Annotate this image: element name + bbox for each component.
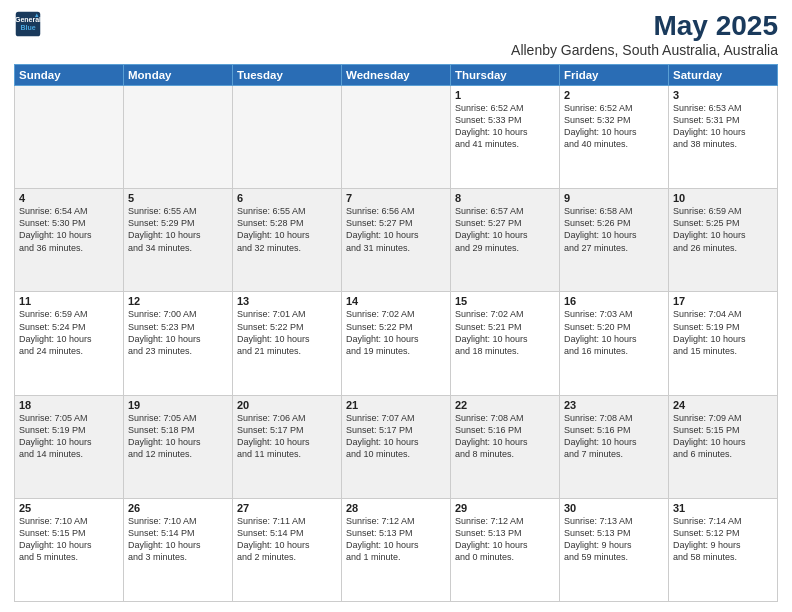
day-number: 7: [346, 192, 446, 204]
calendar-cell: 2Sunrise: 6:52 AM Sunset: 5:32 PM Daylig…: [560, 86, 669, 189]
calendar-cell: 30Sunrise: 7:13 AM Sunset: 5:13 PM Dayli…: [560, 498, 669, 601]
day-info: Sunrise: 7:01 AM Sunset: 5:22 PM Dayligh…: [237, 308, 337, 357]
calendar-cell: 11Sunrise: 6:59 AM Sunset: 5:24 PM Dayli…: [15, 292, 124, 395]
calendar-cell: 13Sunrise: 7:01 AM Sunset: 5:22 PM Dayli…: [233, 292, 342, 395]
day-number: 27: [237, 502, 337, 514]
calendar-cell: 25Sunrise: 7:10 AM Sunset: 5:15 PM Dayli…: [15, 498, 124, 601]
day-info: Sunrise: 7:07 AM Sunset: 5:17 PM Dayligh…: [346, 412, 446, 461]
day-info: Sunrise: 7:12 AM Sunset: 5:13 PM Dayligh…: [346, 515, 446, 564]
day-info: Sunrise: 7:13 AM Sunset: 5:13 PM Dayligh…: [564, 515, 664, 564]
day-number: 29: [455, 502, 555, 514]
calendar-cell: 24Sunrise: 7:09 AM Sunset: 5:15 PM Dayli…: [669, 395, 778, 498]
day-info: Sunrise: 7:05 AM Sunset: 5:19 PM Dayligh…: [19, 412, 119, 461]
days-header-row: Sunday Monday Tuesday Wednesday Thursday…: [15, 65, 778, 86]
day-info: Sunrise: 6:59 AM Sunset: 5:24 PM Dayligh…: [19, 308, 119, 357]
week-row-3: 11Sunrise: 6:59 AM Sunset: 5:24 PM Dayli…: [15, 292, 778, 395]
day-number: 30: [564, 502, 664, 514]
header-monday: Monday: [124, 65, 233, 86]
day-number: 5: [128, 192, 228, 204]
main-title: May 2025: [511, 10, 778, 42]
day-info: Sunrise: 6:59 AM Sunset: 5:25 PM Dayligh…: [673, 205, 773, 254]
day-info: Sunrise: 6:58 AM Sunset: 5:26 PM Dayligh…: [564, 205, 664, 254]
day-info: Sunrise: 6:53 AM Sunset: 5:31 PM Dayligh…: [673, 102, 773, 151]
calendar-cell: [233, 86, 342, 189]
header-friday: Friday: [560, 65, 669, 86]
calendar-cell: 6Sunrise: 6:55 AM Sunset: 5:28 PM Daylig…: [233, 189, 342, 292]
day-number: 18: [19, 399, 119, 411]
day-number: 3: [673, 89, 773, 101]
calendar-cell: 4Sunrise: 6:54 AM Sunset: 5:30 PM Daylig…: [15, 189, 124, 292]
day-number: 26: [128, 502, 228, 514]
calendar-cell: 26Sunrise: 7:10 AM Sunset: 5:14 PM Dayli…: [124, 498, 233, 601]
day-number: 21: [346, 399, 446, 411]
title-block: May 2025 Allenby Gardens, South Australi…: [511, 10, 778, 58]
day-number: 17: [673, 295, 773, 307]
calendar-cell: 7Sunrise: 6:56 AM Sunset: 5:27 PM Daylig…: [342, 189, 451, 292]
day-info: Sunrise: 6:52 AM Sunset: 5:33 PM Dayligh…: [455, 102, 555, 151]
calendar-cell: 8Sunrise: 6:57 AM Sunset: 5:27 PM Daylig…: [451, 189, 560, 292]
calendar-cell: [342, 86, 451, 189]
calendar-cell: 15Sunrise: 7:02 AM Sunset: 5:21 PM Dayli…: [451, 292, 560, 395]
day-info: Sunrise: 6:55 AM Sunset: 5:28 PM Dayligh…: [237, 205, 337, 254]
day-number: 11: [19, 295, 119, 307]
calendar-cell: 17Sunrise: 7:04 AM Sunset: 5:19 PM Dayli…: [669, 292, 778, 395]
calendar-cell: 22Sunrise: 7:08 AM Sunset: 5:16 PM Dayli…: [451, 395, 560, 498]
header-thursday: Thursday: [451, 65, 560, 86]
calendar-table: Sunday Monday Tuesday Wednesday Thursday…: [14, 64, 778, 602]
day-number: 31: [673, 502, 773, 514]
day-info: Sunrise: 7:09 AM Sunset: 5:15 PM Dayligh…: [673, 412, 773, 461]
header-wednesday: Wednesday: [342, 65, 451, 86]
day-number: 14: [346, 295, 446, 307]
header-tuesday: Tuesday: [233, 65, 342, 86]
calendar-cell: 20Sunrise: 7:06 AM Sunset: 5:17 PM Dayli…: [233, 395, 342, 498]
calendar-cell: 9Sunrise: 6:58 AM Sunset: 5:26 PM Daylig…: [560, 189, 669, 292]
day-info: Sunrise: 7:08 AM Sunset: 5:16 PM Dayligh…: [564, 412, 664, 461]
calendar-cell: 29Sunrise: 7:12 AM Sunset: 5:13 PM Dayli…: [451, 498, 560, 601]
calendar-cell: 14Sunrise: 7:02 AM Sunset: 5:22 PM Dayli…: [342, 292, 451, 395]
day-number: 10: [673, 192, 773, 204]
day-info: Sunrise: 7:12 AM Sunset: 5:13 PM Dayligh…: [455, 515, 555, 564]
day-number: 25: [19, 502, 119, 514]
calendar-cell: 18Sunrise: 7:05 AM Sunset: 5:19 PM Dayli…: [15, 395, 124, 498]
header: General Blue May 2025 Allenby Gardens, S…: [14, 10, 778, 58]
day-info: Sunrise: 7:10 AM Sunset: 5:15 PM Dayligh…: [19, 515, 119, 564]
day-number: 24: [673, 399, 773, 411]
subtitle: Allenby Gardens, South Australia, Austra…: [511, 42, 778, 58]
week-row-1: 1Sunrise: 6:52 AM Sunset: 5:33 PM Daylig…: [15, 86, 778, 189]
day-info: Sunrise: 7:08 AM Sunset: 5:16 PM Dayligh…: [455, 412, 555, 461]
day-info: Sunrise: 7:03 AM Sunset: 5:20 PM Dayligh…: [564, 308, 664, 357]
day-number: 12: [128, 295, 228, 307]
day-info: Sunrise: 6:52 AM Sunset: 5:32 PM Dayligh…: [564, 102, 664, 151]
day-number: 2: [564, 89, 664, 101]
calendar-cell: 21Sunrise: 7:07 AM Sunset: 5:17 PM Dayli…: [342, 395, 451, 498]
week-row-5: 25Sunrise: 7:10 AM Sunset: 5:15 PM Dayli…: [15, 498, 778, 601]
day-number: 16: [564, 295, 664, 307]
calendar-cell: 5Sunrise: 6:55 AM Sunset: 5:29 PM Daylig…: [124, 189, 233, 292]
day-info: Sunrise: 6:55 AM Sunset: 5:29 PM Dayligh…: [128, 205, 228, 254]
calendar-cell: 1Sunrise: 6:52 AM Sunset: 5:33 PM Daylig…: [451, 86, 560, 189]
day-info: Sunrise: 7:02 AM Sunset: 5:21 PM Dayligh…: [455, 308, 555, 357]
calendar-cell: 10Sunrise: 6:59 AM Sunset: 5:25 PM Dayli…: [669, 189, 778, 292]
calendar-cell: 23Sunrise: 7:08 AM Sunset: 5:16 PM Dayli…: [560, 395, 669, 498]
day-number: 23: [564, 399, 664, 411]
calendar-cell: [124, 86, 233, 189]
day-info: Sunrise: 6:56 AM Sunset: 5:27 PM Dayligh…: [346, 205, 446, 254]
calendar-cell: 12Sunrise: 7:00 AM Sunset: 5:23 PM Dayli…: [124, 292, 233, 395]
calendar-cell: 28Sunrise: 7:12 AM Sunset: 5:13 PM Dayli…: [342, 498, 451, 601]
svg-text:General: General: [15, 16, 41, 23]
calendar-cell: 31Sunrise: 7:14 AM Sunset: 5:12 PM Dayli…: [669, 498, 778, 601]
day-number: 15: [455, 295, 555, 307]
calendar-cell: [15, 86, 124, 189]
page: General Blue May 2025 Allenby Gardens, S…: [0, 0, 792, 612]
day-info: Sunrise: 7:14 AM Sunset: 5:12 PM Dayligh…: [673, 515, 773, 564]
day-number: 1: [455, 89, 555, 101]
day-info: Sunrise: 6:54 AM Sunset: 5:30 PM Dayligh…: [19, 205, 119, 254]
day-info: Sunrise: 7:00 AM Sunset: 5:23 PM Dayligh…: [128, 308, 228, 357]
calendar-cell: 3Sunrise: 6:53 AM Sunset: 5:31 PM Daylig…: [669, 86, 778, 189]
header-sunday: Sunday: [15, 65, 124, 86]
day-info: Sunrise: 7:05 AM Sunset: 5:18 PM Dayligh…: [128, 412, 228, 461]
day-number: 8: [455, 192, 555, 204]
svg-text:Blue: Blue: [20, 24, 35, 31]
day-info: Sunrise: 7:06 AM Sunset: 5:17 PM Dayligh…: [237, 412, 337, 461]
header-saturday: Saturday: [669, 65, 778, 86]
